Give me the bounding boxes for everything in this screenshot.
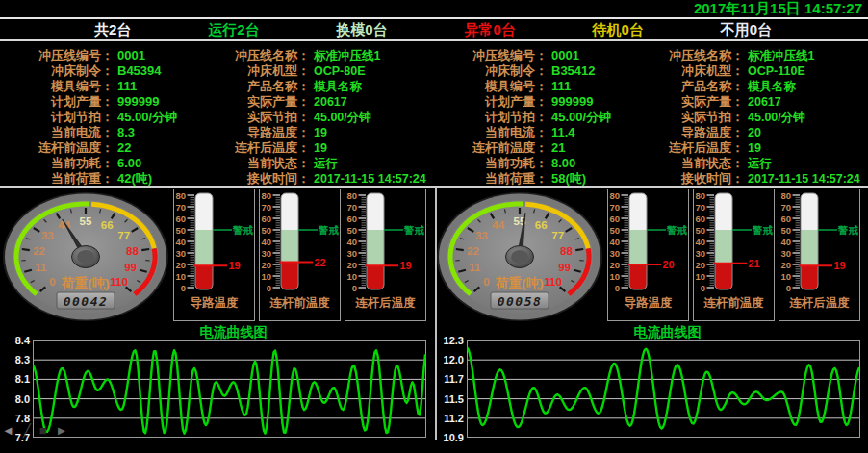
thermo-value: 19 xyxy=(400,260,412,271)
thermo-value: 21 xyxy=(749,258,760,269)
warning-label: 警戒 xyxy=(232,224,254,236)
info-row: 连杆前温度：22连杆后温度：19 xyxy=(0,140,434,156)
thermo-tick-label: 20 xyxy=(346,260,357,270)
info-value: 20617 xyxy=(744,94,868,110)
info-label: 导路温度： xyxy=(206,125,310,140)
info-value: 标准冲压线1 xyxy=(310,48,434,63)
current-curve-line xyxy=(33,350,425,434)
gauge-tick-label: 33 xyxy=(41,230,54,241)
status-bar: 共2台运行2台换模0台异常0台待机0台不用0台 xyxy=(0,21,868,41)
info-label: 当前电流： xyxy=(0,125,114,140)
thermo-tick-label: 60 xyxy=(261,214,271,224)
thermo-tick-label: 30 xyxy=(261,248,271,259)
info-value: 20617 xyxy=(310,94,434,110)
thermo-tick-label: 30 xyxy=(175,248,186,259)
thermo-tick-label: 40 xyxy=(780,237,791,247)
status-count-异常0台: 异常0台 xyxy=(464,21,515,39)
load-gauge-svg: 0112233445566778899110荷重(吨)00042 xyxy=(0,189,171,323)
thermo-tick-label: 50 xyxy=(346,225,357,236)
machine-1-gauges: 0112233445566778899110荷重(吨)0004201020304… xyxy=(0,189,434,323)
thermo-tick-label: 40 xyxy=(261,237,271,247)
thermo-value: 19 xyxy=(834,260,846,271)
info-label: 冲床制令： xyxy=(0,63,114,79)
machine-2-chart: 电流曲线图 12.312.011.711.511.210.9 xyxy=(434,324,868,447)
thermometer-tube xyxy=(281,193,298,289)
thermo-tick-label: 80 xyxy=(695,190,705,201)
info-row: 冲床制令：B35412冲床机型：OCP-110E xyxy=(434,63,868,79)
thermometer-fill xyxy=(367,265,384,289)
current-curve-plot xyxy=(467,340,860,438)
gauge-odometer-value: 00042 xyxy=(64,294,109,309)
thermometer-导路温度: 01020304050607080警戒19导路温度 xyxy=(173,189,255,321)
gauge-tick-label: 33 xyxy=(475,230,488,241)
thermo-tick-label: 40 xyxy=(346,237,357,247)
info-value: OCP-110E xyxy=(744,63,868,79)
gauge-unit-label: 荷重(吨) xyxy=(61,276,110,290)
info-label: 冲压线名称： xyxy=(206,48,310,63)
info-label: 实际节拍： xyxy=(640,110,744,125)
info-label: 冲床机型： xyxy=(206,63,310,79)
thermo-tick-label: 0 xyxy=(615,283,620,293)
info-label: 当前荷重： xyxy=(434,171,548,187)
y-tick-label: 10.9 xyxy=(444,432,464,443)
info-value: 22 xyxy=(114,140,206,156)
gauge-tick-label: 66 xyxy=(101,219,114,231)
info-row: 模具编号：111产品名称：模具名称 xyxy=(434,79,868,94)
info-label: 当前功耗： xyxy=(0,156,114,171)
back-arrow-icon[interactable]: ◄ xyxy=(2,424,14,437)
warning-label: 警戒 xyxy=(752,224,774,236)
info-label: 当前荷重： xyxy=(0,171,114,187)
thermometer-fill xyxy=(281,263,298,289)
forward-arrow-icon[interactable]: ► xyxy=(56,424,68,437)
info-value: 11.4 xyxy=(548,125,640,140)
info-row: 当前功耗：8.00当前状态：运行 xyxy=(434,156,868,171)
y-tick-label: 11.5 xyxy=(444,393,464,405)
info-value: B45394 xyxy=(114,63,206,79)
info-value: 0001 xyxy=(114,48,206,63)
y-axis-labels: 12.312.011.711.511.210.9 xyxy=(434,340,467,438)
thermo-tick-label: 70 xyxy=(346,202,357,213)
thermo-tick-label: 10 xyxy=(175,271,186,282)
info-label: 冲压线名称： xyxy=(640,48,744,63)
thermo-tick-label: 40 xyxy=(175,237,186,247)
thermo-tick-label: 0 xyxy=(352,283,357,293)
stop-square-icon[interactable]: ■ xyxy=(39,424,47,437)
status-count-换模0台: 换模0台 xyxy=(336,21,387,39)
info-value: 2017-11-15 14:57:24 xyxy=(744,171,868,187)
info-label: 当前电流： xyxy=(434,125,548,140)
warning-label: 警戒 xyxy=(837,224,859,236)
info-row: 当前功耗：6.00当前状态：运行 xyxy=(0,156,434,171)
slash-icon[interactable]: ╱ xyxy=(23,424,31,437)
info-value: 20 xyxy=(744,125,868,140)
thermo-tick-label: 10 xyxy=(346,271,357,282)
info-label: 当前功耗： xyxy=(434,156,548,171)
info-row: 当前荷重：58(吨)接收时间：2017-11-15 14:57:24 xyxy=(434,171,868,187)
thermo-tick-label: 30 xyxy=(609,248,620,259)
warning-label: 警戒 xyxy=(318,224,340,236)
info-label: 当前状态： xyxy=(206,156,310,171)
gauge-tick-label: 88 xyxy=(126,245,139,257)
gauge-tick-label: 77 xyxy=(117,230,130,241)
nav-toolbar: ◄╱■► xyxy=(2,424,67,437)
thermometer-svg: 01020304050607080警戒21连杆前温度 xyxy=(694,189,774,320)
info-row: 计划节拍：45.00/分钟实际节拍：45.00/分钟 xyxy=(0,110,434,125)
info-value: 19 xyxy=(744,140,868,156)
info-row: 冲压线编号：0001冲压线名称：标准冲压线1 xyxy=(434,48,868,63)
info-value: 19 xyxy=(310,140,434,156)
info-label: 模具编号： xyxy=(0,79,114,94)
info-value: 999999 xyxy=(548,94,640,110)
thermometer-svg: 01020304050607080警戒22连杆前温度 xyxy=(260,189,340,320)
info-value: 45.00/分钟 xyxy=(744,110,868,125)
info-label: 模具编号： xyxy=(434,79,548,94)
thermo-tick-label: 0 xyxy=(786,283,791,293)
info-label: 计划产量： xyxy=(434,94,548,110)
info-value: 模具名称 xyxy=(744,79,868,94)
thermometer-连杆前温度: 01020304050607080警戒21连杆前温度 xyxy=(693,189,775,321)
thermo-tick-label: 70 xyxy=(609,202,620,213)
info-value: 111 xyxy=(114,79,206,94)
thermo-value: 22 xyxy=(315,257,326,268)
thermo-tick-label: 10 xyxy=(609,271,620,282)
info-value: 6.00 xyxy=(114,156,206,171)
gauge-tick-label: 88 xyxy=(560,245,573,257)
chart-title: 电流曲线图 xyxy=(0,324,434,340)
